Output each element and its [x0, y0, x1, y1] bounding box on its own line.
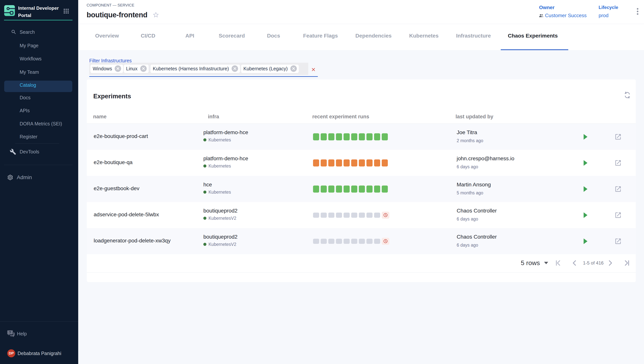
svg-text:?: ? — [9, 331, 11, 334]
